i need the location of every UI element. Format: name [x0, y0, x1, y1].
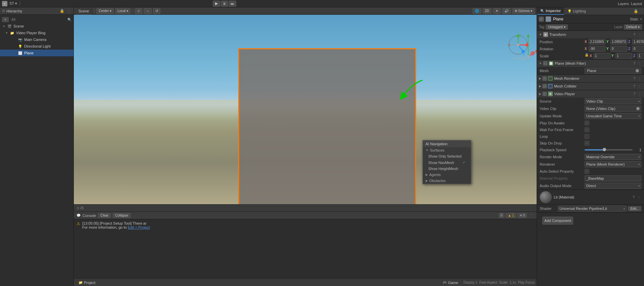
transform-menu-btn[interactable]: ⋮	[637, 33, 642, 37]
move-btn[interactable]: ↔	[144, 8, 152, 14]
scale-z-input[interactable]	[637, 53, 644, 59]
slider-track[interactable]	[585, 149, 633, 151]
position-z-input[interactable]	[632, 39, 644, 45]
scene-tab[interactable]: Scene	[76, 7, 92, 15]
hierarchy-menu-btn[interactable]: ⋮	[66, 9, 71, 13]
ai-agents-section[interactable]: ▶ Agents	[423, 172, 471, 178]
mesh-collider-header[interactable]: ▶ ✓ ⬛ Mesh Collider ? ⋮	[537, 82, 644, 90]
rotation-z-input[interactable]	[632, 46, 644, 52]
meshcollider-menu-btn[interactable]: ⋮	[637, 84, 642, 88]
audio-btn[interactable]: 🔊	[502, 8, 511, 14]
game-tab[interactable]: 🎮 Game	[440, 279, 461, 286]
rotate-btn[interactable]: ↺	[153, 8, 160, 14]
autoselect-label: Auto-Select Property	[540, 169, 583, 173]
rotation-y-input[interactable]	[610, 46, 627, 52]
collapse-button[interactable]: Collapse	[113, 213, 131, 218]
hierarchy-item-videoprojblog[interactable]: ▼ 📁 Video Player Blog	[0, 30, 73, 36]
persp-btn[interactable]: 🌐	[473, 8, 481, 14]
mesh-picker[interactable]: Plane	[585, 68, 641, 74]
rendermode-value: Material Override	[586, 155, 614, 159]
edit-shader-btn[interactable]: Edit...	[628, 206, 641, 211]
videoplayer-help-btn[interactable]: ?	[633, 92, 636, 96]
tag-dropdown[interactable]: Untagged ▾	[546, 24, 567, 30]
material-menu-btn[interactable]: ⋮	[637, 195, 641, 199]
2d-btn[interactable]: 2D	[483, 8, 492, 14]
meshfilter-help-btn[interactable]: ?	[633, 62, 636, 65]
clear-button[interactable]: Clear	[98, 213, 111, 218]
object-checkbox[interactable]: ✓	[539, 17, 544, 21]
audiooutput-value: Direct	[586, 184, 596, 188]
meshfilter-menu-btn[interactable]: ⋮	[637, 62, 642, 65]
ai-show-navmesh[interactable]: Show NavMesh ✓	[423, 159, 471, 166]
hierarchy-item-maincamera[interactable]: 📷 Main Camera	[0, 36, 73, 43]
console-link[interactable]: Edit > Project	[128, 225, 150, 229]
scene-plane-object[interactable]	[238, 48, 416, 204]
videoplayer-menu-btn[interactable]: ⋮	[637, 92, 642, 96]
waitfirst-check[interactable]: ✓	[585, 127, 589, 132]
renderer-field[interactable]: Plane (Mesh Renderer) ▾	[585, 161, 641, 167]
center-dropdown[interactable]: Center ▾	[96, 8, 114, 14]
console-panel: 💬 Console Clear Collapse 0 ▲ 1 ✕ 0 ⋮ ⚠	[74, 212, 537, 279]
videoplayer-checkbox[interactable]: ✓	[543, 92, 547, 96]
ai-obstacles-section[interactable]: ▶ Obstacles	[423, 178, 471, 184]
console-menu-btn[interactable]: ⋮	[529, 213, 534, 218]
hierarchy-item-dirlight[interactable]: 💡 Directional Light	[0, 43, 73, 50]
materialproperty-input[interactable]	[585, 175, 641, 181]
ai-show-heightmesh[interactable]: Show HeightMesh	[423, 166, 471, 172]
scale-y-input[interactable]	[615, 53, 632, 59]
layer-value: Default	[626, 25, 637, 29]
rendermode-dropdown[interactable]: Material Override ▾	[585, 154, 641, 160]
shader-dropdown[interactable]: Universal Render Pipeline/Lit ▾	[558, 206, 627, 212]
video-player-header[interactable]: ▶ ✓ ▶ Video Player ? ⋮	[537, 90, 644, 98]
playonawake-check[interactable]: ✓	[585, 121, 589, 125]
position-x-input[interactable]	[589, 39, 605, 45]
scale-x-label: X	[590, 54, 593, 58]
transform-btn[interactable]: ⊹	[135, 8, 142, 14]
hierarchy-search-btn[interactable]: 🔍	[67, 18, 71, 21]
ai-show-only-selected[interactable]: Show Only Selected	[423, 153, 471, 159]
pause-button[interactable]: ⏸	[221, 1, 228, 7]
light-btn[interactable]: ☀	[493, 8, 501, 14]
mesh-renderer-header[interactable]: ▶ ✓ ⬛ Mesh Renderer ? ⋮	[537, 75, 644, 82]
hierarchy-add-row[interactable]: + All 🔍	[0, 16, 73, 23]
gizmos-btn[interactable]: ⚙ Gizmos ▾	[512, 8, 535, 14]
autoselect-check[interactable]: ✓	[585, 169, 589, 174]
source-dropdown[interactable]: Video Clip ▾	[585, 98, 641, 104]
transform-header[interactable]: ▼ ⊕ Transform ? ⋮	[537, 31, 644, 38]
slider-thumb[interactable]	[603, 148, 606, 151]
tab-lighting[interactable]: 💡 Lighting	[564, 7, 589, 15]
hierarchy-item-scene[interactable]: ▼ 🎬 Scene	[0, 23, 73, 30]
add-component-button[interactable]: Add Component	[542, 217, 573, 225]
rotation-x-input[interactable]	[589, 46, 605, 52]
meshrenderer-help-btn[interactable]: ?	[633, 77, 636, 80]
unity-logo[interactable]: ●	[2, 1, 7, 6]
loop-check[interactable]	[585, 134, 589, 139]
slider-fill	[585, 149, 604, 151]
tab-inspector[interactable]: 🔍 Inspector	[537, 7, 564, 15]
meshrenderer-checkbox[interactable]: ✓	[543, 76, 547, 80]
position-y-input[interactable]	[610, 39, 627, 45]
project-tab[interactable]: 📁 Project	[76, 279, 98, 286]
inspector-menu-btn[interactable]: ⋮	[639, 9, 644, 13]
inspector-lock-btn[interactable]: 🔒	[633, 9, 639, 13]
step-button[interactable]: ⏭	[229, 1, 236, 7]
meshrenderer-menu-btn[interactable]: ⋮	[637, 77, 642, 80]
hierarchy-item-plane[interactable]: ⬜ Plane	[0, 50, 73, 56]
hierarchy-lock-btn[interactable]: 🔒	[59, 9, 65, 13]
ai-surfaces-section[interactable]: ▼ Surfaces	[423, 147, 471, 153]
material-help-btn[interactable]: ?	[632, 195, 635, 199]
play-button[interactable]: ▶	[213, 1, 220, 7]
transform-help-btn[interactable]: ?	[633, 33, 636, 37]
local-dropdown[interactable]: Local ▾	[115, 8, 131, 14]
layer-dropdown[interactable]: Default ▾	[624, 24, 642, 30]
audiooutput-dropdown[interactable]: Direct ▾	[585, 183, 641, 189]
videoclip-field[interactable]: None (Video Clip)	[585, 106, 641, 112]
meshcollider-checkbox[interactable]: ✓	[543, 84, 547, 88]
hierarchy-add-btn[interactable]: +	[2, 17, 9, 22]
meshfilter-checkbox[interactable]: ✓	[543, 61, 547, 65]
updatemode-dropdown[interactable]: Unscaled Game Time ▾	[585, 113, 641, 119]
mesh-filter-header[interactable]: ▼ ✓ ⬜ Plane (Mesh Filter) ? ⋮	[537, 60, 644, 67]
meshcollider-help-btn[interactable]: ?	[633, 84, 636, 88]
skipondrop-check[interactable]: ✓	[585, 141, 589, 146]
scale-x-input[interactable]	[594, 53, 610, 59]
